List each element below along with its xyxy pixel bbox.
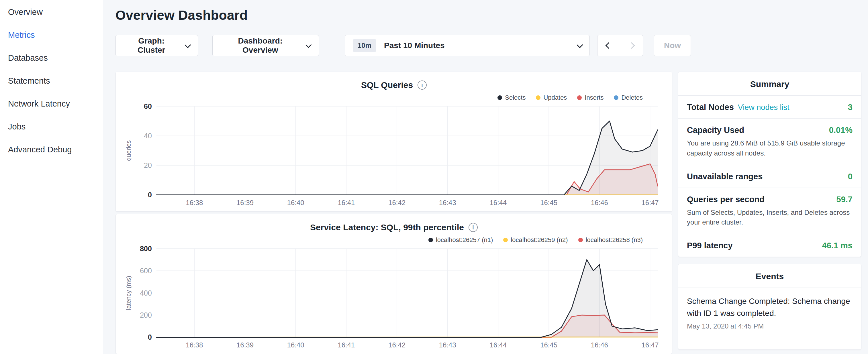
view-nodes-list-link[interactable]: View nodes list (738, 103, 789, 112)
event-text: Schema Change Completed: Schema change w… (687, 295, 852, 319)
page-title: Overview Dashboard (116, 7, 861, 23)
legend-dot (503, 238, 508, 242)
svg-text:16:40: 16:40 (287, 341, 304, 349)
main-content: Overview Dashboard Graph: Cluster Dashbo… (103, 0, 868, 354)
svg-text:16:42: 16:42 (388, 199, 405, 206)
dashboard-dropdown-label: Dashboard: Overview (221, 36, 300, 55)
time-forward-button[interactable] (620, 35, 643, 56)
service-latency-chart-card: Service Latency: SQL, 99th percentile i … (116, 214, 672, 354)
chart-legend: SelectsUpdatesInsertsDeletes (122, 94, 643, 102)
sidebar-item-statements[interactable]: Statements (0, 69, 103, 92)
time-pager (597, 35, 643, 56)
summary-row-total-nodes: Total NodesView nodes list 3 (678, 96, 861, 119)
summary-row-capacity-used: Capacity Used 0.01% You are using 28.6 M… (678, 119, 861, 165)
svg-text:20: 20 (144, 161, 152, 169)
time-range-label: Past 10 Minutes (384, 41, 445, 50)
chevron-down-icon (305, 42, 311, 48)
summary-subtext: Sum of Selects, Updates, Inserts, and De… (687, 207, 852, 228)
sidebar-item-metrics[interactable]: Metrics (0, 24, 103, 46)
svg-text:400: 400 (140, 289, 152, 297)
legend-dot (614, 95, 618, 100)
dashboard-dropdown[interactable]: Dashboard: Overview (212, 35, 319, 56)
summary-value: 0 (848, 172, 852, 181)
summary-subtext: You are using 28.6 MiB of 515.9 GiB usab… (687, 138, 852, 158)
summary-row-unavailable-ranges: Unavailable ranges 0 (678, 165, 861, 188)
legend-label: Deletes (621, 94, 643, 101)
chart-title: SQL Queries (361, 80, 413, 90)
svg-text:200: 200 (140, 311, 152, 319)
chart-header: SQL Queries i (122, 79, 666, 91)
svg-text:latency (ms): latency (ms) (125, 276, 132, 310)
svg-text:16:47: 16:47 (642, 341, 659, 349)
svg-text:16:42: 16:42 (388, 341, 405, 349)
event-item: Schema Change Completed: Schema change w… (678, 288, 861, 338)
svg-text:16:40: 16:40 (287, 199, 304, 206)
svg-text:16:43: 16:43 (439, 199, 456, 206)
chevron-down-icon (184, 42, 191, 48)
chevron-down-icon (577, 42, 583, 49)
sidebar-item-databases[interactable]: Databases (0, 46, 103, 69)
graph-dropdown-label: Graph: Cluster (124, 36, 179, 55)
chart-title: Service Latency: SQL, 99th percentile (310, 223, 464, 232)
svg-text:40: 40 (144, 132, 152, 140)
sidebar: Overview Metrics Databases Statements Ne… (0, 0, 103, 354)
events-card: Events Schema Change Completed: Schema c… (678, 264, 861, 350)
legend-item-selects: Selects (497, 94, 526, 102)
legend-dot (428, 238, 433, 242)
legend-dot (536, 95, 540, 100)
summary-value: 3 (848, 102, 852, 112)
svg-text:60: 60 (144, 103, 152, 110)
chart-plot: 020040060080016:3816:3916:4016:4116:4216… (122, 245, 666, 353)
time-range-badge: 10m (353, 39, 376, 52)
svg-text:queries: queries (125, 140, 132, 161)
time-back-button[interactable] (597, 35, 620, 56)
svg-text:16:41: 16:41 (338, 199, 355, 206)
svg-text:16:39: 16:39 (237, 199, 254, 206)
chevron-right-icon (628, 42, 635, 49)
legend-item-localhost-26259-n2-: localhost:26259 (n2) (503, 236, 568, 244)
now-button[interactable]: Now (654, 35, 691, 56)
chart-plot: 020406016:3816:3916:4016:4116:4216:4316:… (122, 103, 666, 211)
legend-item-localhost-26258-n3-: localhost:26258 (n3) (578, 236, 643, 244)
legend-item-localhost-26257-n1-: localhost:26257 (n1) (428, 236, 493, 244)
legend-dot (578, 238, 583, 242)
sidebar-item-advanced-debug[interactable]: Advanced Debug (0, 138, 103, 161)
legend-dot (497, 95, 502, 100)
svg-text:16:47: 16:47 (642, 199, 659, 206)
legend-label: Inserts (585, 94, 603, 101)
summary-card: Summary Total NodesView nodes list 3 Cap… (678, 72, 861, 257)
chevron-left-icon (606, 42, 612, 49)
sidebar-item-overview[interactable]: Overview (0, 1, 103, 24)
svg-text:16:44: 16:44 (490, 199, 507, 206)
sql-queries-chart-card: SQL Queries i SelectsUpdatesInsertsDelet… (116, 72, 672, 212)
legend-item-updates: Updates (536, 94, 567, 102)
legend-label: Updates (543, 94, 567, 101)
svg-text:16:46: 16:46 (591, 199, 608, 206)
svg-text:16:39: 16:39 (237, 341, 254, 349)
svg-text:16:38: 16:38 (186, 199, 203, 206)
legend-label: localhost:26258 (n3) (586, 236, 643, 244)
legend-label: Selects (505, 94, 526, 101)
sidebar-item-network-latency[interactable]: Network Latency (0, 92, 103, 115)
event-timestamp: May 13, 2020 at 4:45 PM (687, 322, 852, 330)
legend-item-deletes: Deletes (614, 94, 643, 102)
sidebar-item-jobs[interactable]: Jobs (0, 115, 103, 138)
summary-value: 59.7 (836, 195, 852, 204)
svg-text:16:38: 16:38 (186, 341, 203, 349)
svg-text:600: 600 (140, 267, 152, 275)
svg-text:0: 0 (148, 191, 152, 199)
time-range-dropdown[interactable]: 10m Past 10 Minutes (345, 35, 590, 56)
events-title: Events (678, 264, 861, 288)
charts-column: SQL Queries i SelectsUpdatesInsertsDelet… (116, 72, 672, 354)
svg-text:16:41: 16:41 (338, 341, 355, 349)
summary-label: Queries per second (687, 195, 765, 204)
chart-svg: 020406016:3816:3916:4016:4116:4216:4316:… (122, 103, 666, 211)
summary-title: Summary (678, 72, 861, 96)
graph-dropdown[interactable]: Graph: Cluster (116, 35, 198, 56)
svg-text:0: 0 (148, 333, 152, 341)
info-icon[interactable]: i (468, 223, 478, 232)
controls-bar: Graph: Cluster Dashboard: Overview 10m P… (116, 35, 861, 56)
info-icon[interactable]: i (417, 81, 427, 90)
summary-row-queries-per-second: Queries per second 59.7 Sum of Selects, … (678, 188, 861, 234)
legend-label: localhost:26257 (n1) (436, 236, 493, 244)
